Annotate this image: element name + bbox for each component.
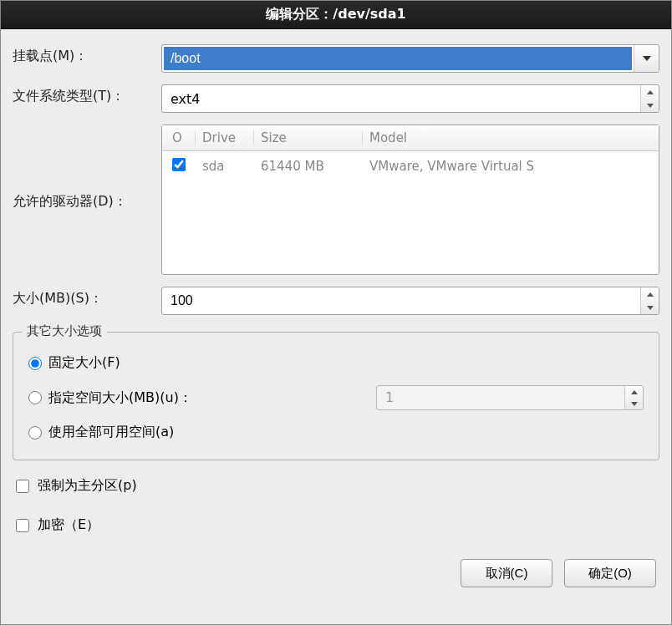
fixed-size-radio[interactable] (28, 357, 42, 370)
mount-point-row: 挂载点(M)： (13, 44, 659, 73)
specify-space-radio[interactable] (28, 391, 42, 404)
size-spinner[interactable] (161, 287, 659, 315)
specify-space-radio-row: 指定空间大小(MB)(u)： 1 (25, 379, 647, 417)
drive-checkbox[interactable] (172, 158, 186, 171)
fs-type-combo[interactable]: ext4 (161, 84, 659, 113)
drives-header: O Drive Size Model (162, 125, 659, 151)
encrypt-checkbox[interactable] (16, 519, 29, 532)
specify-space-label: 指定空间大小(MB)(u)： (48, 389, 192, 407)
force-primary-label: 强制为主分区(p) (38, 477, 137, 495)
encrypt-label: 加密（E） (38, 516, 99, 534)
drive-size: 61440 MB (254, 159, 363, 174)
dialog-buttons: 取消(C) 确定(O) (13, 551, 659, 587)
fixed-size-radio-row[interactable]: 固定大小(F) (25, 348, 647, 379)
use-all-space-radio-row[interactable]: 使用全部可用空间(a) (25, 417, 647, 448)
size-input[interactable] (162, 287, 640, 314)
encrypt-row[interactable]: 加密（E） (13, 511, 659, 539)
use-all-space-label: 使用全部可用空间(a) (48, 424, 174, 441)
specify-space-spinner-buttons (624, 386, 643, 409)
other-size-options-group: 其它大小选项 固定大小(F) 指定空间大小(MB)(u)： 1 (13, 332, 659, 460)
size-spinner-buttons[interactable] (640, 287, 659, 314)
allowed-drives-row: 允许的驱动器(D)： O Drive Size Model sda 61440 … (13, 124, 659, 275)
specify-space-value: 1 (377, 386, 624, 409)
drive-model: VMware, VMware Virtual S (363, 159, 650, 174)
mount-point-input[interactable] (164, 47, 632, 70)
spinner-up-icon[interactable] (641, 85, 659, 99)
drive-name: sda (196, 159, 254, 174)
window-title: 编辑分区：/dev/sda1 (1, 1, 671, 29)
fs-type-label: 文件系统类型(T)： (13, 84, 153, 105)
allowed-drives-label: 允许的驱动器(D)： (13, 190, 153, 211)
fs-type-spinner[interactable] (640, 85, 659, 112)
spinner-down-icon (625, 398, 643, 409)
drives-header-o: O (171, 130, 196, 145)
mount-point-label: 挂载点(M)： (13, 44, 153, 65)
spinner-down-icon[interactable] (641, 99, 659, 112)
dialog-content: 挂载点(M)： 文件系统类型(T)： ext4 (1, 29, 671, 624)
fs-type-value: ext4 (162, 85, 640, 112)
cancel-button[interactable]: 取消(C) (461, 559, 552, 587)
ok-button[interactable]: 确定(O) (564, 559, 656, 587)
force-primary-row[interactable]: 强制为主分区(p) (13, 472, 659, 500)
drives-header-size: Size (254, 130, 363, 145)
fixed-size-label: 固定大小(F) (48, 354, 120, 372)
spinner-up-icon[interactable] (641, 287, 659, 301)
use-all-space-radio[interactable] (28, 426, 42, 440)
fs-type-row: 文件系统类型(T)： ext4 (13, 84, 659, 113)
size-row: 大小(MB)(S)： (13, 287, 659, 315)
edit-partition-dialog: 编辑分区：/dev/sda1 挂载点(M)： 文件系统类型(T)： ext4 (0, 0, 672, 625)
spinner-up-icon (625, 386, 643, 398)
force-primary-checkbox[interactable] (16, 480, 29, 493)
mount-point-dropdown-button[interactable] (634, 45, 659, 72)
other-size-options-title: 其它大小选项 (22, 323, 107, 339)
specify-space-spinner: 1 (376, 385, 644, 410)
chevron-down-icon (643, 56, 651, 61)
mount-point-combo[interactable] (161, 44, 659, 73)
size-label: 大小(MB)(S)： (13, 287, 153, 307)
drives-header-model: Model (363, 130, 650, 145)
drives-header-drive: Drive (196, 130, 254, 145)
spinner-down-icon[interactable] (641, 301, 659, 314)
drive-row[interactable]: sda 61440 MB VMware, VMware Virtual S (162, 151, 659, 181)
drives-list[interactable]: O Drive Size Model sda 61440 MB VMware, … (161, 124, 659, 275)
